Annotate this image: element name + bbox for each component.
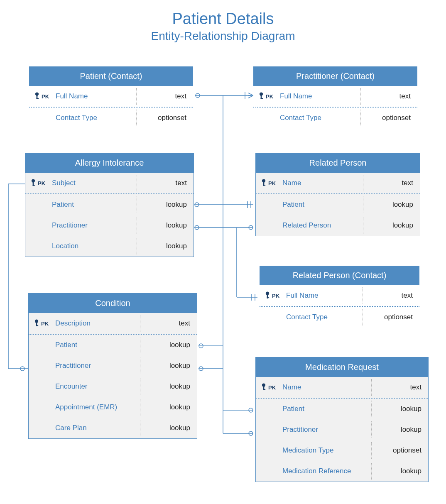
attribute-type: lookup [371, 421, 428, 438]
entity-related-person-contact: Related Person (Contact) PKFull Nametext… [260, 266, 419, 328]
attribute-name: Description [54, 319, 140, 328]
svg-point-28 [20, 367, 25, 371]
attribute-name: Patient [54, 341, 140, 349]
svg-point-12 [249, 225, 253, 230]
attribute-type: text [360, 88, 417, 105]
attribute-type: lookup [363, 217, 420, 234]
attribute-type: lookup [371, 463, 428, 480]
attribute-name: Patient [281, 201, 363, 209]
diagram-subtitle: Entity-Relationship Diagram [0, 29, 446, 43]
pk-cell: PK [253, 92, 278, 101]
attribute-row: Contact Typeoptionset [253, 108, 417, 128]
attribute-row: Contact Typeoptionset [29, 108, 193, 128]
attribute-row: Appointment (EMR)lookup [29, 397, 197, 418]
svg-point-18 [199, 344, 203, 348]
entity-rows: PKSubjecttextPatientlookupPractitionerlo… [25, 173, 194, 257]
key-icon [258, 92, 264, 101]
pk-cell: PK [256, 383, 281, 392]
attribute-type: lookup [137, 217, 194, 234]
key-icon [261, 179, 267, 188]
pk-label: PK [268, 180, 276, 186]
entity-header: Related Person (Contact) [260, 266, 419, 285]
entity-condition: Condition PKDescriptiontextPatientlookup… [28, 293, 197, 439]
attribute-row: Patientlookup [256, 399, 428, 419]
attribute-row: Care Planlookup [29, 418, 197, 438]
pk-label: PK [41, 321, 49, 327]
entity-header: Practitioner (Contact) [253, 66, 417, 86]
pk-label: PK [266, 93, 273, 100]
diagram-title: Patient Details [0, 0, 446, 28]
entity-rows: PKFull NametextContact Typeoptionset [29, 86, 193, 128]
attribute-name: Full Name [278, 92, 360, 100]
attribute-name: Care Plan [54, 424, 140, 432]
attribute-name: Contact Type [278, 114, 360, 122]
svg-rect-34 [261, 98, 263, 99]
attribute-name: Name [281, 179, 363, 187]
entity-rows: PKNametextPatientlookupPractitionerlooku… [256, 377, 428, 482]
attribute-row: Practitionerlookup [29, 355, 197, 376]
attribute-type: text [137, 175, 194, 191]
attribute-row: Patientlookup [256, 194, 420, 215]
attribute-row: Medication Typeoptionset [256, 440, 428, 461]
attribute-name: Subject [50, 179, 137, 187]
svg-point-20 [199, 367, 203, 371]
attribute-type: lookup [363, 196, 420, 213]
svg-point-5 [195, 203, 199, 207]
diagram-title-block: Patient Details Entity-Relationship Diag… [0, 0, 446, 43]
entity-header: Condition [29, 294, 197, 313]
svg-rect-49 [263, 389, 266, 390]
attribute-name: Patient [281, 405, 371, 413]
attribute-type: lookup [140, 399, 197, 416]
key-icon [34, 319, 39, 328]
key-icon [34, 92, 40, 101]
attribute-name: Full Name [284, 291, 363, 300]
entity-allergy: Allergy Intolerance PKSubjecttextPatient… [25, 153, 194, 257]
pk-cell: PK [29, 319, 54, 328]
svg-rect-40 [263, 185, 266, 186]
key-icon [30, 179, 36, 188]
pk-cell: PK [25, 179, 50, 188]
attribute-row: Related Personlookup [256, 215, 420, 236]
svg-point-2 [196, 93, 200, 98]
key-icon [265, 291, 270, 300]
attribute-type: lookup [371, 401, 428, 417]
attribute-row: PKDescriptiontext [29, 313, 197, 335]
attribute-type: lookup [140, 357, 197, 374]
attribute-type: lookup [137, 238, 194, 254]
attribute-type: lookup [140, 378, 197, 395]
attribute-name: Related Person [281, 221, 363, 230]
entity-header: Medication Request [256, 357, 428, 377]
attribute-row: Contact Typeoptionset [260, 307, 419, 328]
pk-cell: PK [29, 92, 54, 101]
attribute-row: PKNametext [256, 377, 428, 399]
attribute-type: optionset [363, 309, 419, 325]
attribute-name: Patient [50, 201, 137, 209]
entity-practitioner: Practitioner (Contact) PKFull NametextCo… [253, 66, 417, 128]
attribute-type: lookup [140, 420, 197, 436]
attribute-row: PKSubjecttext [25, 173, 194, 194]
svg-point-7 [195, 225, 199, 230]
svg-point-24 [249, 431, 253, 435]
attribute-name: Medication Type [281, 446, 371, 455]
entity-medication: Medication Request PKNametextPatientlook… [255, 357, 429, 482]
attribute-name: Medication Reference [281, 467, 371, 475]
attribute-type: lookup [137, 196, 194, 213]
attribute-row: PKFull Nametext [29, 86, 193, 108]
attribute-name: Practitioner [54, 362, 140, 370]
attribute-row: Patientlookup [25, 194, 194, 215]
attribute-row: Practitionerlookup [256, 419, 428, 440]
pk-label: PK [268, 384, 276, 391]
attribute-name: Encounter [54, 382, 140, 391]
attribute-row: PKNametext [256, 173, 420, 194]
svg-rect-31 [37, 98, 39, 99]
attribute-type: text [140, 315, 197, 332]
entity-related-person: Related Person PKNametextPatientlookupRe… [255, 153, 420, 236]
attribute-row: Medication Referencelookup [256, 461, 428, 482]
attribute-type: text [363, 287, 419, 304]
attribute-name: Practitioner [281, 426, 371, 434]
attribute-name: Full Name [54, 92, 136, 100]
svg-point-22 [249, 408, 253, 412]
entity-header: Related Person [256, 153, 420, 173]
attribute-name: Contact Type [284, 313, 363, 321]
pk-cell: PK [260, 291, 284, 300]
